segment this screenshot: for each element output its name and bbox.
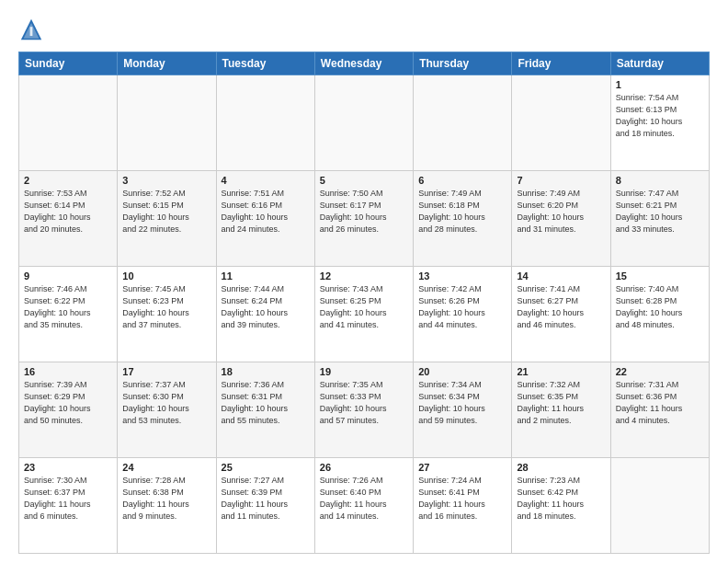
day-info: Sunrise: 7:43 AM Sunset: 6:25 PM Dayligh… — [320, 283, 408, 331]
calendar-cell: 21Sunrise: 7:32 AM Sunset: 6:35 PM Dayli… — [512, 362, 610, 458]
day-info: Sunrise: 7:36 AM Sunset: 6:31 PM Dayligh… — [222, 379, 310, 427]
day-number: 22 — [616, 366, 704, 377]
calendar-cell: 5Sunrise: 7:50 AM Sunset: 6:17 PM Daylig… — [314, 171, 413, 267]
calendar-cell: 12Sunrise: 7:43 AM Sunset: 6:25 PM Dayli… — [314, 267, 413, 362]
day-number: 17 — [122, 366, 210, 377]
day-number: 16 — [24, 366, 112, 377]
day-info: Sunrise: 7:24 AM Sunset: 6:41 PM Dayligh… — [418, 475, 506, 523]
day-info: Sunrise: 7:45 AM Sunset: 6:23 PM Dayligh… — [122, 283, 210, 331]
day-info: Sunrise: 7:40 AM Sunset: 6:28 PM Dayligh… — [616, 283, 704, 331]
day-number: 2 — [24, 175, 112, 186]
day-info: Sunrise: 7:35 AM Sunset: 6:33 PM Dayligh… — [320, 379, 408, 427]
calendar-cell: 25Sunrise: 7:27 AM Sunset: 6:39 PM Dayli… — [216, 458, 314, 554]
calendar-week-4: 23Sunrise: 7:30 AM Sunset: 6:37 PM Dayli… — [19, 458, 710, 554]
day-info: Sunrise: 7:41 AM Sunset: 6:27 PM Dayligh… — [517, 283, 605, 331]
calendar-cell: 18Sunrise: 7:36 AM Sunset: 6:31 PM Dayli… — [216, 362, 314, 458]
day-info: Sunrise: 7:23 AM Sunset: 6:42 PM Dayligh… — [517, 475, 605, 523]
calendar-cell: 22Sunrise: 7:31 AM Sunset: 6:36 PM Dayli… — [610, 362, 709, 458]
col-header-tuesday: Tuesday — [216, 52, 314, 75]
calendar-cell: 26Sunrise: 7:26 AM Sunset: 6:40 PM Dayli… — [314, 458, 413, 554]
calendar-table: SundayMondayTuesdayWednesdayThursdayFrid… — [18, 52, 710, 554]
day-info: Sunrise: 7:28 AM Sunset: 6:38 PM Dayligh… — [122, 475, 210, 523]
day-number: 24 — [122, 462, 210, 473]
day-number: 4 — [222, 175, 310, 186]
calendar-cell: 3Sunrise: 7:52 AM Sunset: 6:15 PM Daylig… — [118, 171, 216, 267]
calendar-cell: 1Sunrise: 7:54 AM Sunset: 6:13 PM Daylig… — [610, 75, 709, 171]
day-number: 19 — [320, 366, 408, 377]
calendar-cell: 16Sunrise: 7:39 AM Sunset: 6:29 PM Dayli… — [19, 362, 118, 458]
day-number: 10 — [122, 270, 210, 282]
day-number: 18 — [222, 366, 310, 377]
calendar-cell — [512, 75, 610, 171]
calendar-cell: 19Sunrise: 7:35 AM Sunset: 6:33 PM Dayli… — [314, 362, 413, 458]
calendar-cell: 17Sunrise: 7:37 AM Sunset: 6:30 PM Dayli… — [118, 362, 216, 458]
day-info: Sunrise: 7:34 AM Sunset: 6:34 PM Dayligh… — [418, 379, 506, 427]
day-info: Sunrise: 7:46 AM Sunset: 6:22 PM Dayligh… — [24, 283, 112, 331]
calendar-cell: 13Sunrise: 7:42 AM Sunset: 6:26 PM Dayli… — [414, 267, 512, 362]
calendar-cell: 24Sunrise: 7:28 AM Sunset: 6:38 PM Dayli… — [118, 458, 216, 554]
day-number: 5 — [320, 175, 408, 186]
calendar-cell: 27Sunrise: 7:24 AM Sunset: 6:41 PM Dayli… — [414, 458, 512, 554]
day-number: 12 — [320, 270, 408, 282]
calendar-cell — [314, 75, 413, 171]
calendar-cell — [610, 458, 709, 554]
col-header-thursday: Thursday — [414, 52, 512, 75]
calendar-cell: 2Sunrise: 7:53 AM Sunset: 6:14 PM Daylig… — [19, 171, 118, 267]
day-info: Sunrise: 7:54 AM Sunset: 6:13 PM Dayligh… — [616, 92, 704, 140]
calendar-cell: 15Sunrise: 7:40 AM Sunset: 6:28 PM Dayli… — [610, 267, 709, 362]
calendar-week-2: 9Sunrise: 7:46 AM Sunset: 6:22 PM Daylig… — [19, 267, 710, 362]
day-number: 20 — [418, 366, 506, 377]
day-info: Sunrise: 7:39 AM Sunset: 6:29 PM Dayligh… — [24, 379, 112, 427]
day-info: Sunrise: 7:50 AM Sunset: 6:17 PM Dayligh… — [320, 188, 408, 236]
day-number: 13 — [418, 270, 506, 282]
day-info: Sunrise: 7:32 AM Sunset: 6:35 PM Dayligh… — [517, 379, 605, 427]
col-header-friday: Friday — [512, 52, 610, 75]
calendar-header-row: SundayMondayTuesdayWednesdayThursdayFrid… — [19, 52, 710, 75]
calendar-cell: 14Sunrise: 7:41 AM Sunset: 6:27 PM Dayli… — [512, 267, 610, 362]
day-number: 1 — [616, 79, 704, 90]
day-number: 9 — [24, 270, 112, 282]
day-info: Sunrise: 7:51 AM Sunset: 6:16 PM Dayligh… — [222, 188, 310, 236]
day-number: 7 — [517, 175, 605, 186]
calendar-cell — [216, 75, 314, 171]
calendar-week-1: 2Sunrise: 7:53 AM Sunset: 6:14 PM Daylig… — [19, 171, 710, 267]
day-info: Sunrise: 7:44 AM Sunset: 6:24 PM Dayligh… — [222, 283, 310, 331]
calendar-cell: 10Sunrise: 7:45 AM Sunset: 6:23 PM Dayli… — [118, 267, 216, 362]
day-number: 26 — [320, 462, 408, 473]
calendar-cell: 6Sunrise: 7:49 AM Sunset: 6:18 PM Daylig… — [414, 171, 512, 267]
calendar-cell: 9Sunrise: 7:46 AM Sunset: 6:22 PM Daylig… — [19, 267, 118, 362]
day-info: Sunrise: 7:49 AM Sunset: 6:18 PM Dayligh… — [418, 188, 506, 236]
day-number: 14 — [517, 270, 605, 282]
calendar-cell: 7Sunrise: 7:49 AM Sunset: 6:20 PM Daylig… — [512, 171, 610, 267]
day-info: Sunrise: 7:30 AM Sunset: 6:37 PM Dayligh… — [24, 475, 112, 523]
day-info: Sunrise: 7:26 AM Sunset: 6:40 PM Dayligh… — [320, 475, 408, 523]
calendar-cell: 4Sunrise: 7:51 AM Sunset: 6:16 PM Daylig… — [216, 171, 314, 267]
logo — [18, 17, 48, 42]
day-info: Sunrise: 7:42 AM Sunset: 6:26 PM Dayligh… — [418, 283, 506, 331]
calendar-cell — [414, 75, 512, 171]
calendar-cell: 28Sunrise: 7:23 AM Sunset: 6:42 PM Dayli… — [512, 458, 610, 554]
day-number: 27 — [418, 462, 506, 473]
day-info: Sunrise: 7:52 AM Sunset: 6:15 PM Dayligh… — [122, 188, 210, 236]
day-number: 23 — [24, 462, 112, 473]
calendar-cell — [118, 75, 216, 171]
col-header-saturday: Saturday — [610, 52, 709, 75]
col-header-wednesday: Wednesday — [314, 52, 413, 75]
calendar-week-3: 16Sunrise: 7:39 AM Sunset: 6:29 PM Dayli… — [19, 362, 710, 458]
logo-icon — [18, 17, 44, 42]
page: SundayMondayTuesdayWednesdayThursdayFrid… — [0, 0, 728, 563]
day-info: Sunrise: 7:49 AM Sunset: 6:20 PM Dayligh… — [517, 188, 605, 236]
day-number: 11 — [222, 270, 310, 282]
day-number: 21 — [517, 366, 605, 377]
day-number: 6 — [418, 175, 506, 186]
calendar-week-0: 1Sunrise: 7:54 AM Sunset: 6:13 PM Daylig… — [19, 75, 710, 171]
day-number: 3 — [122, 175, 210, 186]
col-header-monday: Monday — [118, 52, 216, 75]
day-number: 8 — [616, 175, 704, 186]
day-number: 25 — [222, 462, 310, 473]
calendar-cell — [19, 75, 118, 171]
day-info: Sunrise: 7:27 AM Sunset: 6:39 PM Dayligh… — [222, 475, 310, 523]
header — [18, 17, 710, 42]
day-info: Sunrise: 7:47 AM Sunset: 6:21 PM Dayligh… — [616, 188, 704, 236]
svg-rect-2 — [30, 27, 33, 36]
